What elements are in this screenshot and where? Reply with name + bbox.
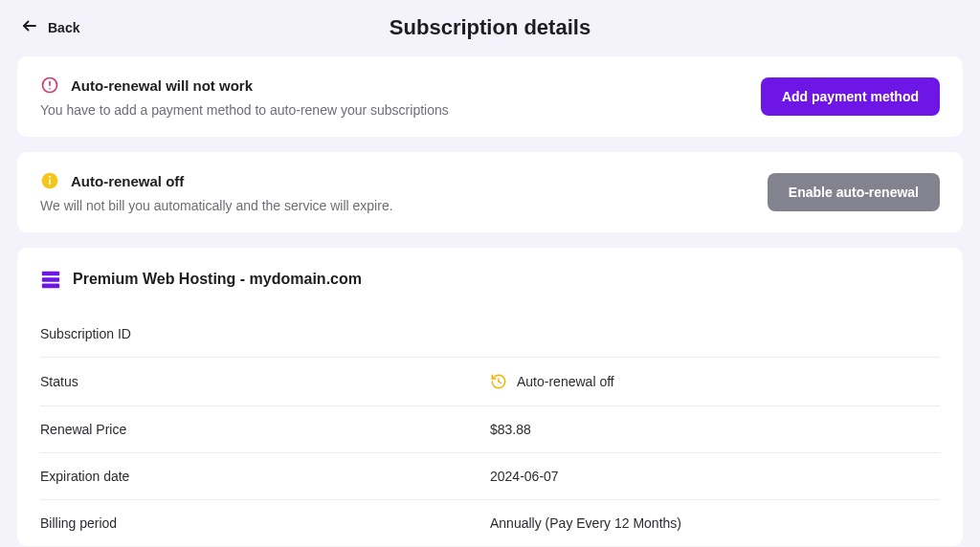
- alert-title: Auto-renewal off: [71, 173, 184, 189]
- alert-description: We will not bill you automatically and t…: [40, 198, 393, 213]
- row-expiration: Expiration date 2024-06-07: [40, 452, 940, 499]
- svg-rect-5: [49, 179, 51, 185]
- svg-point-6: [49, 176, 51, 178]
- info-icon: [40, 171, 59, 190]
- svg-point-3: [49, 88, 51, 90]
- row-billing-period: Billing period Annually (Pay Every 12 Mo…: [40, 499, 940, 546]
- hosting-icon: [40, 269, 61, 290]
- row-value: 2024-06-07: [490, 469, 559, 484]
- detail-rows: Subscription ID Status Auto-renewal off …: [17, 311, 963, 546]
- alert-payment-method: Auto-renewal will not work You have to a…: [17, 56, 963, 137]
- row-label: Renewal Price: [40, 422, 490, 437]
- svg-rect-7: [42, 272, 59, 276]
- row-label: Expiration date: [40, 469, 490, 484]
- row-label: Billing period: [40, 515, 490, 531]
- row-value: Annually (Pay Every 12 Months): [490, 515, 681, 531]
- subscription-detail-card: Premium Web Hosting - mydomain.com Subsc…: [17, 248, 963, 546]
- row-subscription-id: Subscription ID: [40, 311, 940, 357]
- alert-title: Auto-renewal will not work: [71, 77, 253, 94]
- alert-description: You have to add a payment method to auto…: [40, 102, 449, 118]
- alert-auto-renewal: Auto-renewal off We will not bill you au…: [17, 152, 963, 232]
- row-status: Status Auto-renewal off: [40, 357, 940, 405]
- row-value: Auto-renewal off: [490, 373, 614, 390]
- row-label: Subscription ID: [40, 326, 490, 341]
- row-label: Status: [40, 374, 490, 389]
- alert-icon: [40, 76, 59, 95]
- svg-rect-9: [42, 284, 59, 289]
- back-button[interactable]: Back: [21, 17, 79, 37]
- add-payment-method-button[interactable]: Add payment method: [761, 77, 940, 116]
- enable-auto-renewal-button[interactable]: Enable auto-renewal: [768, 173, 940, 211]
- status-text: Auto-renewal off: [517, 374, 614, 389]
- svg-rect-8: [42, 277, 59, 282]
- arrow-left-icon: [21, 17, 38, 37]
- row-value: $83.88: [490, 422, 531, 437]
- page-title: Subscription details: [390, 15, 590, 40]
- back-label: Back: [48, 20, 79, 35]
- history-icon: [490, 373, 507, 390]
- detail-title: Premium Web Hosting - mydomain.com: [73, 271, 362, 288]
- alert-content: Auto-renewal off We will not bill you au…: [40, 171, 393, 213]
- alert-content: Auto-renewal will not work You have to a…: [40, 76, 449, 118]
- svg-line-11: [499, 382, 501, 383]
- detail-header: Premium Web Hosting - mydomain.com: [17, 248, 963, 311]
- row-renewal-price: Renewal Price $83.88: [40, 405, 940, 452]
- page-header: Back Subscription details: [0, 0, 980, 56]
